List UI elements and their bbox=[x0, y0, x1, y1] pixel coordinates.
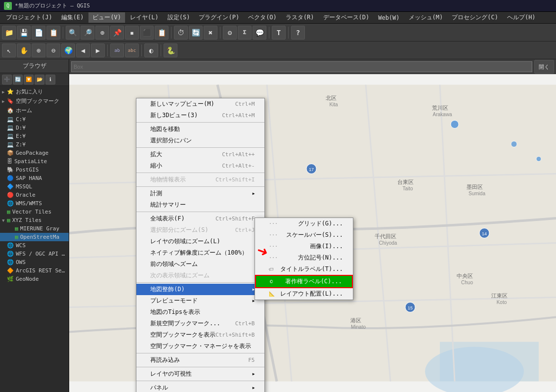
tree-ows[interactable]: 🌐 OWS bbox=[0, 258, 69, 266]
split-view-btn[interactable]: ◐ bbox=[144, 44, 158, 57]
menu-edit[interactable]: 編集(E) bbox=[57, 12, 88, 23]
tree-wcs[interactable]: 🌐 WCS bbox=[0, 241, 69, 250]
menu-title-label[interactable]: 🏷 タイトルラベル(T)... bbox=[255, 263, 353, 275]
zoom-out-map-btn[interactable]: ⊖ bbox=[46, 44, 60, 57]
open-button[interactable]: 📁 bbox=[2, 26, 16, 40]
tree-geonode[interactable]: 🌿 GeoNode bbox=[0, 275, 69, 283]
menu-scalebar[interactable]: ··· スケールバー(S)... bbox=[255, 229, 353, 241]
browser-collapse-btn[interactable]: 📂 bbox=[35, 75, 44, 85]
tree-openstreetmap[interactable]: ▦ OpenStreetMa bbox=[0, 233, 69, 241]
python-btn[interactable]: 🐍 bbox=[164, 44, 177, 57]
menu-web[interactable]: Web(W) bbox=[374, 13, 403, 22]
tree-home[interactable]: 🏠 ホーム bbox=[0, 106, 69, 115]
refresh-btn[interactable]: 🔄 bbox=[189, 26, 203, 40]
select-btn[interactable]: ▪ bbox=[125, 26, 139, 40]
new-project-button[interactable]: 📋 bbox=[46, 26, 60, 40]
zoom-next-btn[interactable]: ▶ bbox=[91, 44, 105, 57]
tree-saphana[interactable]: 🔵 SAP HANA bbox=[0, 174, 69, 182]
menu-decorations[interactable]: 地図整飾(D) bbox=[136, 284, 264, 295]
open-btn[interactable]: 開く bbox=[534, 60, 554, 74]
zoom-world-btn[interactable]: 🌍 bbox=[61, 44, 75, 57]
tree-d-drive[interactable]: 💻 D:¥ bbox=[0, 124, 69, 132]
menu-plugins[interactable]: プラグイン(P) bbox=[195, 12, 243, 23]
menu-zoom-in[interactable]: 拡大 Ctrl+Alt++ bbox=[136, 149, 264, 160]
tree-c-drive[interactable]: 💻 C:¥ bbox=[0, 115, 69, 124]
zoom-full-btn[interactable]: ⊕ bbox=[95, 26, 109, 40]
menu-view[interactable]: ビュー(V) bbox=[88, 12, 125, 23]
menu-mesh[interactable]: メッシュ(M) bbox=[405, 12, 447, 23]
menu-settings[interactable]: 設定(S) bbox=[164, 12, 194, 23]
menu-pan-selection[interactable]: 選択部分にパン bbox=[136, 135, 264, 146]
menu-zoom-prev[interactable]: 前の領域へズーム bbox=[136, 259, 264, 270]
zoom-in-btn[interactable]: 🔍 bbox=[66, 26, 80, 40]
browser-refresh-btn[interactable]: 🔄 bbox=[13, 75, 23, 85]
menu-pan-map[interactable]: 地図を移動 bbox=[136, 124, 264, 135]
text-btn[interactable]: T bbox=[272, 26, 286, 40]
menu-stats[interactable]: 統計サマリー bbox=[136, 199, 264, 211]
zoom-out-btn[interactable]: 🔎 bbox=[81, 26, 94, 40]
cancel-btn[interactable]: ✖ bbox=[204, 26, 217, 40]
tree-bookmarks[interactable]: ▶ 🔖 空間ブックマーク bbox=[0, 96, 69, 106]
menu-reload[interactable]: 再読み込み F5 bbox=[136, 354, 264, 366]
save-button[interactable]: 💾 bbox=[17, 26, 31, 40]
browser-add-btn[interactable]: ➕ bbox=[2, 75, 12, 85]
menu-zoom-layer[interactable]: レイヤの領域にズーム(L) bbox=[136, 236, 264, 247]
map-area[interactable]: 開く bbox=[69, 59, 556, 392]
deselect-btn[interactable]: 📋 bbox=[155, 26, 169, 40]
box-select-btn[interactable]: ⬛ bbox=[140, 26, 154, 40]
tree-wfs[interactable]: 🌐 WFS / OGC API - F bbox=[0, 250, 69, 258]
tree-postgis[interactable]: 🐘 PostGIS bbox=[0, 166, 69, 174]
menu-processing[interactable]: プロセシング(C) bbox=[448, 12, 502, 23]
identify-btn[interactable]: 📌 bbox=[110, 26, 124, 40]
tree-arcgis[interactable]: 🔶 ArcGIS REST Serve bbox=[0, 266, 69, 275]
menu-layer[interactable]: レイヤ(L) bbox=[126, 12, 163, 23]
pan-map-btn[interactable]: ✋ bbox=[17, 44, 31, 57]
tree-xyz-tiles[interactable]: ▼ ▦ XYZ Tiles bbox=[0, 216, 69, 224]
save-as-button[interactable]: 📄 bbox=[32, 26, 45, 40]
menu-panels[interactable]: パネル bbox=[136, 382, 264, 392]
menu-new-mapview[interactable]: 新しいマップビュー(M) Ctrl+M bbox=[136, 98, 264, 110]
tree-favorites[interactable]: ▶ ⭐ お気に入り bbox=[0, 87, 69, 96]
menu-copyright-label[interactable]: © 著作権ラベル(C)... bbox=[255, 275, 353, 288]
menu-map-tips[interactable]: 地図のTipsを表示 bbox=[136, 306, 264, 318]
menu-zoom-full[interactable]: 全域表示(F) Ctrl+Shift+F bbox=[136, 213, 264, 224]
cursor-btn[interactable]: ↖ bbox=[2, 44, 16, 57]
menu-new-bookmark[interactable]: 新規空間ブックマーク... Ctrl+B bbox=[136, 318, 264, 329]
menu-help[interactable]: ヘルプ(H) bbox=[503, 12, 540, 23]
menu-preview[interactable]: プレビューモード bbox=[136, 295, 264, 306]
search-input[interactable] bbox=[71, 61, 532, 72]
tree-z-drive[interactable]: 💻 Z:¥ bbox=[0, 140, 69, 149]
menu-grid[interactable]: ··· グリッド(G)... bbox=[255, 218, 353, 229]
tree-e-drive[interactable]: 💻 E:¥ bbox=[0, 132, 69, 140]
tree-oracle[interactable]: 🔴 Oracle bbox=[0, 191, 69, 199]
menu-show-bookmarks[interactable]: 空間ブックマークを表示 Ctrl+Shift+B bbox=[136, 329, 264, 341]
tree-mierune[interactable]: ▦ MIERUNE Gray bbox=[0, 224, 69, 233]
label-btn1[interactable]: ab bbox=[110, 44, 124, 57]
zoom-in-map-btn[interactable]: ⊕ bbox=[32, 44, 45, 57]
menu-vector[interactable]: ベクタ(O) bbox=[244, 12, 281, 23]
chat-btn[interactable]: 💬 bbox=[253, 26, 266, 40]
browser-filter-btn[interactable]: 🔽 bbox=[24, 75, 34, 85]
menu-layout[interactable]: 📐 レイアウト配置(L)... bbox=[255, 288, 353, 300]
menu-new-3dview[interactable]: 新し3Dビュー(3) Ctrl+Alt+M bbox=[136, 110, 264, 121]
menu-north-arrow[interactable]: ··· 方位記号(N)... bbox=[255, 252, 353, 263]
label-btn2[interactable]: abc bbox=[125, 44, 139, 57]
settings-btn[interactable]: ⚙ bbox=[223, 26, 237, 40]
menu-database[interactable]: データベース(D) bbox=[319, 12, 374, 23]
help-btn[interactable]: ? bbox=[291, 26, 305, 40]
browser-info-btn[interactable]: ℹ bbox=[45, 75, 55, 85]
menu-layer-visibility[interactable]: レイヤの可視性 bbox=[136, 368, 264, 380]
tree-mssql[interactable]: 🔷 MSSQL bbox=[0, 182, 69, 191]
menu-zoom-out[interactable]: 縮小 Ctrl+Alt+- bbox=[136, 160, 264, 172]
tree-spatialite[interactable]: 🗄 SpatiaLite bbox=[0, 157, 69, 166]
tree-geopackage[interactable]: 📦 GeoPackage bbox=[0, 149, 69, 157]
menu-raster[interactable]: ラスタ(R) bbox=[282, 12, 318, 23]
menu-project[interactable]: プロジェクト(J) bbox=[2, 12, 56, 23]
menu-bookmark-manager[interactable]: 空間ブックマーク・マネージャを表示 bbox=[136, 341, 264, 352]
tree-wms[interactable]: 🌐 WMS/WMTS bbox=[0, 199, 69, 208]
menu-measure[interactable]: 計測 bbox=[136, 188, 264, 199]
time-btn[interactable]: ⏱ bbox=[174, 26, 188, 40]
menu-zoom-native[interactable]: ネイティブ解像度にズーム（100%） bbox=[136, 247, 264, 259]
stats-btn[interactable]: Σ bbox=[238, 26, 252, 40]
tree-vector-tiles[interactable]: ▦ Vector Tiles bbox=[0, 208, 69, 216]
